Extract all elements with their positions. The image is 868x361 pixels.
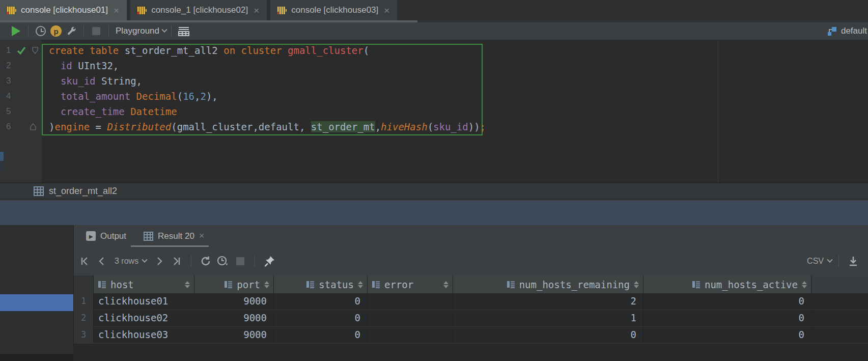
console-toolbar: p Playground default: [0, 22, 868, 40]
run-button[interactable]: [8, 23, 23, 39]
splitter-band[interactable]: [0, 201, 868, 225]
sort-arrows-icon[interactable]: [802, 281, 807, 288]
toolbar-separator: [838, 256, 839, 267]
next-page-button[interactable]: [152, 254, 167, 269]
schema-selector[interactable]: default: [827, 26, 868, 36]
cell-num-hosts-remaining[interactable]: 2: [453, 293, 643, 310]
tab-console1-clickhouse02[interactable]: console_1 [clickhouse02] ×: [130, 0, 267, 20]
cell-error[interactable]: [368, 293, 453, 310]
result-tab-label: Result 20: [158, 231, 194, 241]
tab-output[interactable]: ▸ Output: [86, 231, 126, 241]
ide-window: console [clickhouse01] × console_1 [clic…: [0, 0, 868, 361]
sort-arrows-icon[interactable]: [358, 281, 363, 288]
stop-button[interactable]: [89, 23, 104, 39]
clock-dropdown-icon: [216, 255, 230, 267]
query-history-button[interactable]: [33, 23, 48, 39]
settings-button[interactable]: [64, 23, 79, 39]
download-button[interactable]: [846, 254, 861, 269]
toolbar-separator: [171, 25, 172, 37]
first-page-button[interactable]: [77, 254, 92, 269]
code-line-5: create_time Datetime: [0, 104, 718, 119]
left-panel-footer: [0, 354, 73, 361]
sort-arrows-icon[interactable]: [185, 281, 190, 288]
rows-count-label: 3 rows: [115, 257, 138, 266]
cell-port[interactable]: 9000: [194, 310, 274, 326]
previous-page-button[interactable]: [94, 254, 109, 269]
cell-port[interactable]: 9000: [194, 327, 274, 343]
editor-tab-bar: console [clickhouse01] × console_1 [clic…: [0, 0, 868, 20]
parameters-icon: p: [50, 25, 62, 37]
column-icon: [306, 280, 315, 289]
close-icon[interactable]: ×: [113, 6, 120, 15]
row-number: 1: [74, 293, 94, 310]
stop-icon: [236, 257, 244, 265]
code-line-3: sku_id String,: [0, 73, 718, 89]
export-format-dropdown[interactable]: CSV: [807, 257, 832, 266]
sort-arrows-icon[interactable]: [264, 281, 269, 288]
sort-arrows-icon[interactable]: [443, 281, 449, 288]
export-format-label: CSV: [807, 257, 824, 266]
refresh-icon: [202, 257, 209, 265]
close-icon[interactable]: ×: [383, 6, 390, 15]
table-row[interactable]: 3 clickhouse03 9000 0 0 0: [74, 327, 868, 344]
cell-status[interactable]: 0: [274, 310, 368, 326]
column-header-error[interactable]: error: [368, 275, 453, 293]
output-tab-label: Output: [100, 231, 126, 241]
cell-num-hosts-active[interactable]: 0: [643, 327, 811, 343]
tab-console-clickhouse03[interactable]: console [clickhouse03] ×: [270, 0, 397, 20]
cell-host[interactable]: clickhouse02: [94, 310, 194, 326]
schema-icon: [827, 26, 837, 36]
output-mode-button[interactable]: [176, 23, 191, 39]
column-header-port[interactable]: port: [194, 275, 274, 293]
tab-label: console [clickhouse03]: [291, 5, 378, 15]
column-header-num-hosts-remaining[interactable]: num_hosts_remaining: [453, 275, 643, 293]
sql-editor[interactable]: 1 2 3 4 5 6 create table st_order_mt_all…: [0, 40, 868, 183]
code-line-1: create table st_order_mt_all2 on cluster…: [0, 43, 718, 58]
cell-num-hosts-remaining[interactable]: 0: [453, 327, 643, 343]
code-line-6: )engine = Distributed(gmall_cluster,defa…: [0, 119, 718, 134]
tool-stripe-mark[interactable]: [0, 162, 4, 170]
code-area[interactable]: create table st_order_mt_all2 on cluster…: [0, 43, 718, 134]
cell-num-hosts-remaining[interactable]: 1: [453, 310, 643, 326]
toolbar-separator: [108, 25, 109, 37]
schema-label: default: [841, 26, 867, 36]
cell-port[interactable]: 9000: [194, 293, 274, 310]
code-line-4: total_amount Decimal(16,2),: [0, 89, 718, 104]
pin-tab-button[interactable]: [262, 254, 277, 269]
cell-num-hosts-active[interactable]: 0: [643, 293, 811, 310]
cell-status[interactable]: 0: [274, 293, 368, 310]
close-icon[interactable]: ×: [199, 231, 205, 241]
sort-arrows-icon[interactable]: [634, 281, 639, 288]
table-row[interactable]: 1 clickhouse01 9000 0 2 0: [74, 293, 868, 310]
selected-tree-row[interactable]: [0, 294, 73, 311]
tab-console-clickhouse01[interactable]: console [clickhouse01] ×: [0, 0, 127, 20]
created-table-strip[interactable]: st_order_mt_all2: [0, 183, 868, 200]
cell-host[interactable]: clickhouse03: [94, 327, 194, 343]
refresh-button[interactable]: [198, 254, 213, 269]
cell-num-hosts-active[interactable]: 0: [643, 310, 811, 326]
cell-host[interactable]: clickhouse01: [94, 293, 194, 310]
column-header-num-hosts-active[interactable]: num_hosts_active: [643, 275, 811, 293]
cell-status[interactable]: 0: [274, 327, 368, 343]
column-header-status[interactable]: status: [274, 275, 368, 293]
tab-result-20[interactable]: Result 20 ×: [144, 231, 204, 241]
created-table-label: st_order_mt_all2: [49, 186, 117, 197]
clickhouse-icon: [277, 6, 287, 15]
row-filler: [811, 327, 868, 343]
clickhouse-icon: [137, 6, 147, 15]
close-icon[interactable]: ×: [253, 6, 260, 15]
stop-query-button[interactable]: [233, 254, 248, 269]
execution-time-button[interactable]: [215, 254, 231, 269]
chevron-down-icon: [142, 257, 147, 263]
tool-stripe-mark[interactable]: [0, 152, 4, 161]
parameters-button[interactable]: p: [48, 23, 64, 39]
profile-dropdown[interactable]: Playground: [114, 23, 166, 39]
left-tree-panel[interactable]: [0, 225, 74, 361]
cell-error[interactable]: [368, 327, 453, 343]
last-page-button[interactable]: [169, 254, 184, 269]
column-header-host[interactable]: host: [94, 275, 194, 293]
table-row[interactable]: 2 clickhouse02 9000 0 1 0: [74, 310, 868, 327]
page-size-dropdown[interactable]: 3 rows: [115, 257, 147, 266]
cell-error[interactable]: [368, 310, 453, 326]
toolbar-separator: [28, 25, 29, 37]
